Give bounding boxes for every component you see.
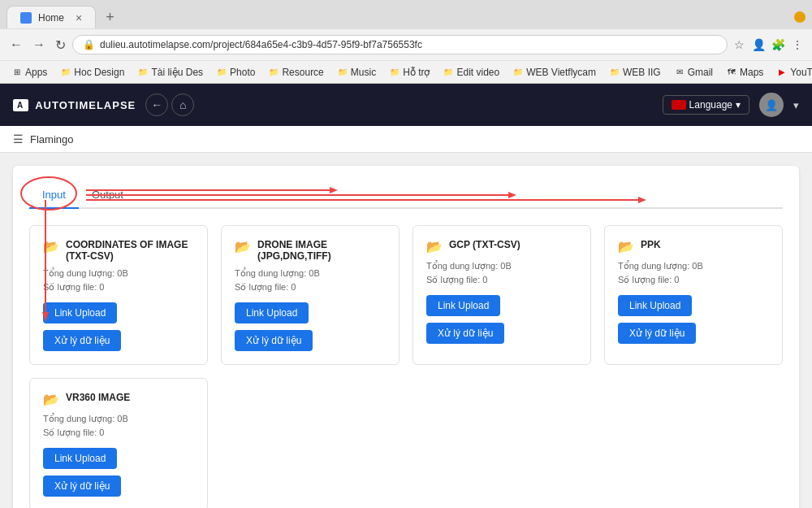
vr360-process-button[interactable]: Xử lý dữ liệu — [43, 475, 121, 497]
menu-icon[interactable]: ⋮ — [789, 37, 806, 53]
back-button[interactable]: ← — [6, 36, 26, 54]
bookmark-edit-video[interactable]: 📁 Edit video — [438, 65, 504, 80]
drone-link-upload-button[interactable]: Link Upload — [235, 302, 309, 323]
coordinates-link-upload-button[interactable]: Link Upload — [43, 302, 117, 323]
section-vr360-size: Tổng dung lượng: 0B — [43, 414, 194, 424]
nav-back-button[interactable]: ← — [145, 93, 168, 116]
nav-home-button[interactable]: ⌂ — [171, 93, 194, 116]
tab-bar: Home × + — [0, 0, 812, 29]
profile-icon[interactable]: 👤 — [750, 37, 767, 53]
toolbar-icons: ☆ 👤 🧩 ⋮ — [731, 37, 806, 53]
folder-icon: 📂 — [43, 392, 59, 407]
ppk-process-button[interactable]: Xử lý dữ liệu — [618, 323, 696, 344]
gcp-process-button[interactable]: Xử lý dữ liệu — [426, 323, 504, 344]
section-vr360-count: Số lượng file: 0 — [43, 428, 194, 438]
flag-icon — [672, 100, 686, 110]
bookmark-music[interactable]: 📁 Music — [332, 65, 381, 80]
extensions-icon[interactable]: 🧩 — [770, 37, 786, 53]
folder-icon: 📁 — [337, 67, 348, 78]
address-bar[interactable]: 🔒 dulieu.autotimelapse.com/project/684a6… — [72, 35, 728, 54]
section-drone-size: Tổng dung lượng: 0B — [235, 268, 386, 279]
content-card: Input Output — [13, 166, 799, 508]
header-right: Language ▾ 👤 ▾ — [663, 93, 799, 117]
tab-output[interactable]: Output — [79, 182, 136, 207]
chrome-status-dot — [794, 11, 806, 23]
section-gcp: 📂 GCP (TXT-CSV) Tổng dung lượng: 0B Số l… — [412, 225, 591, 365]
folder-icon: 📁 — [609, 67, 620, 78]
language-label: Language — [689, 99, 732, 111]
section-coordinates-title: 📂 COORDINATES OF IMAGE (TXT-CSV) — [43, 239, 194, 262]
bottom-row: 📂 VR360 IMAGE Tổng dung lượng: 0B Số lượ… — [29, 378, 783, 508]
svg-marker-6 — [638, 197, 646, 203]
folder-icon: 📁 — [512, 67, 524, 78]
tab-input[interactable]: Input — [29, 182, 79, 209]
tab-close-button[interactable]: × — [76, 11, 82, 24]
user-menu-chevron[interactable]: ▾ — [793, 99, 799, 111]
folder-icon: 📁 — [443, 67, 454, 78]
ppk-link-upload-button[interactable]: Link Upload — [618, 295, 692, 316]
tab-title: Home — [38, 12, 64, 24]
tab-favicon — [20, 12, 32, 24]
bookmark-maps[interactable]: 🗺 Maps — [721, 65, 768, 80]
bookmark-vietflycam[interactable]: 📁 WEB Vietflycam — [508, 65, 601, 80]
tab-output-label: Output — [92, 189, 123, 201]
address-bar-row: ← → ↻ 🔒 dulieu.autotimelapse.com/project… — [0, 29, 812, 60]
bookmark-web-iig[interactable]: 📁 WEB IIG — [604, 65, 666, 80]
apps-icon: ⊞ — [11, 67, 23, 78]
bookmark-star-icon[interactable]: ☆ — [731, 37, 747, 53]
bookmark-resource[interactable]: 📁 Resource — [263, 65, 328, 80]
header-nav: ← ⌂ — [145, 93, 194, 116]
user-avatar[interactable]: 👤 — [759, 93, 784, 117]
bookmark-apps-label: Apps — [25, 67, 47, 78]
section-drone-title-text: DRONE IMAGE (JPG,DNG,TIFF) — [257, 239, 386, 262]
section-vr360-title: 📂 VR360 IMAGE — [43, 392, 194, 407]
section-coordinates: 📂 COORDINATES OF IMAGE (TXT-CSV) Tổng du… — [29, 225, 208, 365]
tab-input-label: Input — [42, 189, 66, 201]
vr360-link-upload-button[interactable]: Link Upload — [43, 448, 117, 469]
bookmark-photo[interactable]: 📁 Photo — [211, 65, 260, 80]
coordinates-process-button[interactable]: Xử lý dữ liệu — [43, 330, 121, 351]
logo-text: AUTOTIMELAPSE — [35, 99, 136, 111]
bookmark-web-iig-label: WEB IIG — [623, 67, 661, 78]
bookmark-apps[interactable]: ⊞ Apps — [6, 65, 52, 80]
bookmark-gmail[interactable]: ✉ Gmail — [669, 65, 718, 80]
bookmark-tai-lieu-label: Tài liệu Des — [151, 67, 203, 78]
bookmarks-bar: ⊞ Apps 📁 Hoc Design 📁 Tài liệu Des 📁 Pho… — [0, 60, 812, 83]
section-gcp-title: 📂 GCP (TXT-CSV) — [426, 239, 577, 254]
drone-process-button[interactable]: Xử lý dữ liệu — [235, 330, 313, 351]
browser-tab[interactable]: Home × — [6, 6, 96, 28]
bookmark-ho-tro[interactable]: 📁 Hỗ trợ — [384, 65, 434, 80]
bookmark-hoc-design[interactable]: 📁 Hoc Design — [55, 65, 129, 80]
browser-chrome: Home × + ← → ↻ 🔒 dulieu.autotimelapse.co… — [0, 0, 812, 84]
folder-icon: 📂 — [43, 239, 59, 254]
bookmark-hoc-design-label: Hoc Design — [74, 67, 124, 78]
folder-icon: 📁 — [60, 67, 71, 78]
section-ppk-title-text: PPK — [641, 239, 661, 250]
reload-button[interactable]: ↻ — [52, 36, 69, 54]
bookmark-youtube[interactable]: ▶ YouTube — [771, 65, 812, 80]
file-sections: 📂 COORDINATES OF IMAGE (TXT-CSV) Tổng du… — [29, 225, 783, 365]
maps-icon: 🗺 — [726, 67, 737, 78]
new-tab-button[interactable]: + — [99, 9, 121, 26]
chevron-down-icon: ▾ — [736, 99, 741, 111]
forward-button[interactable]: → — [29, 36, 49, 54]
breadcrumb: Flamingo — [30, 133, 73, 145]
bookmark-tai-lieu[interactable]: 📁 Tài liệu Des — [132, 65, 208, 80]
section-ppk: 📂 PPK Tổng dung lượng: 0B Số lượng file:… — [604, 225, 783, 365]
section-gcp-actions: Link Upload Xử lý dữ liệu — [426, 295, 577, 344]
logo-box: A — [13, 99, 28, 111]
arrow-annotation — [29, 182, 809, 198]
language-button[interactable]: Language ▾ — [663, 95, 749, 115]
gcp-link-upload-button[interactable]: Link Upload — [426, 295, 500, 316]
section-drone-title: 📂 DRONE IMAGE (JPG,DNG,TIFF) — [235, 239, 386, 262]
breadcrumb-bar: ☰ Flamingo — [0, 126, 812, 153]
bookmark-gmail-label: Gmail — [688, 67, 713, 78]
bookmark-resource-label: Resource — [282, 67, 323, 78]
section-drone-actions: Link Upload Xử lý dữ liệu — [235, 302, 386, 351]
section-coordinates-count: Số lượng file: 0 — [43, 282, 194, 293]
svg-marker-4 — [508, 192, 516, 198]
section-vr360: 📂 VR360 IMAGE Tổng dung lượng: 0B Số lượ… — [29, 378, 208, 508]
folder-icon: 📁 — [137, 67, 149, 78]
section-ppk-size: Tổng dung lượng: 0B — [618, 261, 769, 271]
section-coordinates-title-text: COORDINATES OF IMAGE (TXT-CSV) — [66, 239, 194, 262]
